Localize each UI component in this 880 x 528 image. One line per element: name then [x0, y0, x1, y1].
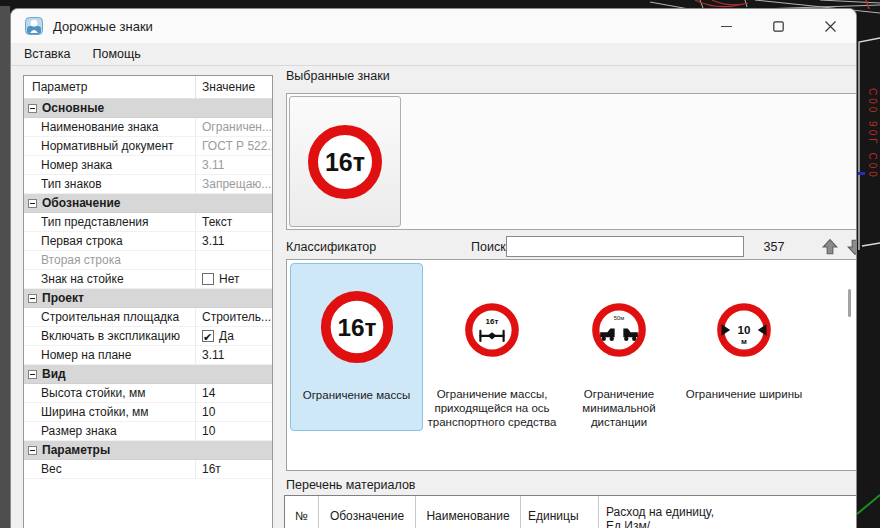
collapse-icon[interactable] — [28, 370, 37, 379]
property-label: Размер знака — [24, 422, 196, 440]
property-row[interactable]: Номер на плане3.11 — [24, 346, 272, 365]
property-label: Тип представления — [24, 213, 196, 231]
sign-distance-icon: 50м — [590, 301, 648, 359]
scrollbar-thumb[interactable] — [848, 289, 851, 317]
next-result-button[interactable] — [846, 238, 857, 256]
property-value[interactable]: Запрещаю... — [196, 175, 272, 193]
maximize-button[interactable] — [752, 9, 804, 43]
property-value[interactable]: Ограничен... — [196, 118, 272, 136]
property-value[interactable]: 3.11 — [196, 156, 272, 174]
classifier-item-label: Ограничение массы — [291, 388, 422, 402]
property-row[interactable]: Наименование знакаОграничен... — [24, 118, 272, 137]
svg-text:16т: 16т — [337, 314, 376, 341]
road-signs-dialog: Дорожные знаки Вставка Помощь Параметр З… — [10, 8, 857, 528]
sign-axle-icon: 16т — [463, 301, 521, 359]
search-label: Поиск: — [471, 240, 509, 254]
classifier-item-label: Ограничение массы, приходящейся на ось т… — [407, 387, 577, 429]
property-label: Номер на плане — [24, 346, 196, 364]
selected-sign-tile[interactable]: 16т — [289, 96, 401, 227]
menu-help[interactable]: Помощь — [92, 47, 140, 61]
property-label: Вторая строка — [24, 251, 196, 269]
result-count: 357 — [759, 240, 789, 254]
collapse-icon[interactable] — [28, 446, 37, 455]
svg-text:10: 10 — [738, 323, 751, 336]
property-row[interactable]: Знак на стойкеНет — [24, 270, 272, 289]
property-label: Ширина стойки, мм — [24, 403, 196, 421]
column-parameter: Параметр — [24, 76, 196, 98]
property-label: Номер знака — [24, 156, 196, 174]
property-value[interactable]: Да — [196, 327, 272, 345]
property-label: Наименование знака — [24, 118, 196, 136]
property-value[interactable]: Текст — [196, 213, 272, 231]
checkbox-checked-icon[interactable] — [202, 330, 214, 342]
classifier-item[interactable]: 10мОграничение ширины — [659, 263, 829, 431]
property-row[interactable]: Тип знаковЗапрещаю... — [24, 175, 272, 194]
group-label: Проект — [42, 289, 84, 307]
property-grid: Параметр Значение ОсновныеНаименование з… — [23, 75, 273, 528]
materials-column-header: Обозначение — [319, 496, 416, 528]
property-label: Тип знаков — [24, 175, 196, 193]
search-input[interactable] — [506, 236, 744, 257]
property-value[interactable]: Строитель... — [196, 308, 272, 326]
property-value[interactable]: ГОСТ Р 522... — [196, 137, 272, 155]
property-row[interactable]: Включать в экспликациюДа — [24, 327, 272, 346]
menu-insert[interactable]: Вставка — [24, 47, 70, 61]
svg-text:16т: 16т — [325, 148, 365, 176]
property-value[interactable]: 16т — [196, 460, 272, 478]
property-row[interactable]: Высота стойки, мм14 — [24, 384, 272, 403]
collapse-icon[interactable] — [28, 294, 37, 303]
property-value[interactable] — [196, 251, 272, 269]
property-group-row[interactable]: Параметры — [24, 441, 272, 460]
arrow-up-icon — [821, 238, 839, 256]
classifier-item-label: Ограничение ширины — [659, 387, 829, 401]
property-row[interactable]: Вторая строка — [24, 251, 272, 270]
close-icon — [825, 21, 836, 32]
column-value: Значение — [196, 76, 272, 98]
property-row[interactable]: Тип представленияТекст — [24, 213, 272, 232]
property-label: Первая строка — [24, 232, 196, 250]
checkbox-unchecked-icon[interactable] — [202, 273, 214, 285]
property-row[interactable]: Номер знака3.11 — [24, 156, 272, 175]
classifier-list: 16тОграничение массы 16т Ограничение мас… — [286, 259, 857, 471]
minimize-icon — [721, 21, 732, 32]
materials-table: №ОбозначениеНаименованиеЕдиницыРасход на… — [284, 495, 857, 528]
property-row[interactable]: Строительная площадкаСтроитель... — [24, 308, 272, 327]
window-title: Дорожные знаки — [53, 19, 153, 34]
group-label: Вид — [42, 365, 66, 383]
property-label: Нормативный документ — [24, 137, 196, 155]
cad-left-panel-edge — [0, 6, 10, 528]
property-label: Строительная площадка — [24, 308, 196, 326]
property-value[interactable]: 3.11 — [196, 232, 272, 250]
property-group-row[interactable]: Вид — [24, 365, 272, 384]
property-group-row[interactable]: Обозначение — [24, 194, 272, 213]
collapse-icon[interactable] — [28, 104, 37, 113]
materials-column-header: Наименование — [416, 496, 521, 528]
property-row[interactable]: Ширина стойки, мм10 — [24, 403, 272, 422]
prev-result-button[interactable] — [821, 238, 839, 256]
property-value[interactable]: 10 — [196, 422, 272, 440]
collapse-icon[interactable] — [28, 199, 37, 208]
classifier-item[interactable]: 16т Ограничение массы, приходящейся на о… — [407, 263, 577, 431]
property-row[interactable]: Размер знака10 — [24, 422, 272, 441]
classifier-item[interactable]: 16тОграничение массы — [290, 263, 423, 431]
property-row[interactable]: Нормативный документГОСТ Р 522... — [24, 137, 272, 156]
property-value[interactable]: 10 — [196, 403, 272, 421]
property-label: Вес — [24, 460, 196, 478]
sign-mass-icon: 16т — [318, 288, 396, 366]
property-group-row[interactable]: Проект — [24, 289, 272, 308]
menubar: Вставка Помощь — [11, 43, 856, 66]
property-value[interactable]: 14 — [196, 384, 272, 402]
app-icon — [25, 17, 43, 35]
property-label: Высота стойки, мм — [24, 384, 196, 402]
close-button[interactable] — [804, 9, 856, 43]
materials-label: Перечень материалов — [286, 478, 416, 492]
property-value[interactable]: 3.11 — [196, 346, 272, 364]
property-row[interactable]: Вес16т — [24, 460, 272, 479]
property-group-row[interactable]: Основные — [24, 99, 272, 118]
property-value[interactable]: Нет — [196, 270, 272, 288]
minimize-button[interactable] — [700, 9, 752, 43]
property-grid-header: Параметр Значение — [24, 76, 272, 99]
materials-column-header: Единицы — [521, 496, 599, 528]
group-label: Обозначение — [42, 194, 120, 212]
property-row[interactable]: Первая строка3.11 — [24, 232, 272, 251]
